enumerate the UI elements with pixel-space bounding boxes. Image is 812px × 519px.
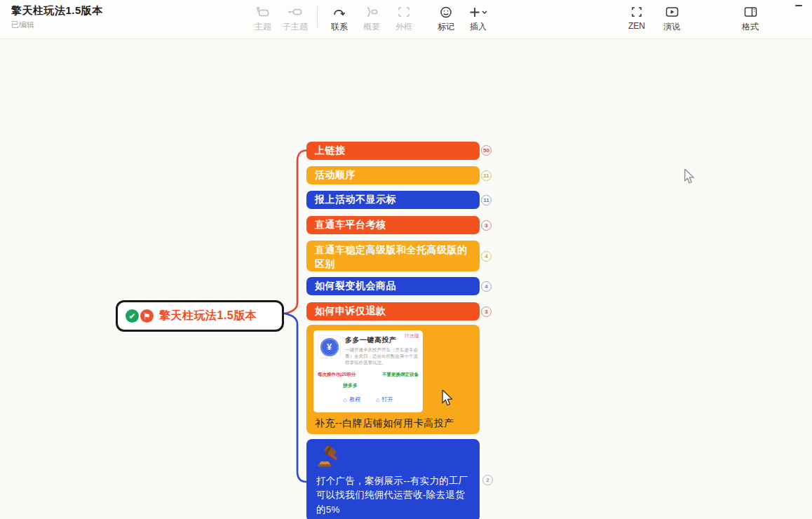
toolbar-label: 子主题 bbox=[283, 21, 308, 33]
relationship-icon bbox=[332, 5, 346, 19]
mindmap-canvas[interactable]: ✔ ⚑ 擎天柱玩法1.5版本 上链接 50 活动顺序 11 报上活动不显示标 1… bbox=[0, 39, 812, 519]
toolbar-label: ZEN bbox=[628, 21, 645, 31]
topic-label: 报上活动不显示标 bbox=[315, 194, 396, 206]
topic-count-badge[interactable]: 2 bbox=[482, 475, 493, 485]
topic-count-badge[interactable]: 11 bbox=[481, 170, 492, 181]
topic-node-buchong-image[interactable]: 计次版 ¥ 多多一键高投产 一键开通卡高投产开车（开车老手必看）全类目，适合出价… bbox=[306, 325, 480, 434]
document-title: 擎天柱玩法1.5版本 bbox=[11, 4, 103, 18]
home-icon: ⌂ bbox=[376, 396, 379, 403]
topic-node-zhitongche-kaohe[interactable]: 直通车平台考核 bbox=[306, 216, 480, 234]
yuan-sync-icon: ¥ bbox=[320, 338, 339, 356]
toolbar-label: 联系 bbox=[331, 21, 348, 33]
toolbar-label: 外框 bbox=[395, 21, 412, 33]
topic-node-liebian-shangpin[interactable]: 如何裂变机会商品 bbox=[306, 277, 480, 295]
topic-label: 上链接 bbox=[315, 144, 346, 157]
toolbar-present-button[interactable]: 演说 bbox=[656, 5, 688, 33]
app-toolbar: 擎天柱玩法1.5版本 已编辑 主题 子主题 bbox=[0, 0, 812, 39]
root-topic-label: 擎天柱玩法1.5版本 bbox=[159, 309, 257, 323]
subtopic-icon bbox=[287, 5, 303, 19]
topic-node-baoshanghuodong[interactable]: 报上活动不显示标 bbox=[306, 191, 480, 209]
topic-count-badge[interactable]: 50 bbox=[481, 145, 492, 156]
toolbar-label: 标记 bbox=[438, 21, 454, 33]
toolbar-label: 格式 bbox=[742, 21, 759, 33]
format-panel-icon bbox=[744, 5, 757, 19]
card-note-device: 不要更换绑定设备 bbox=[382, 372, 419, 378]
topic-icon bbox=[256, 5, 270, 19]
card-note-cost: 每次操作/扣20积分 bbox=[318, 372, 356, 378]
toolbar-summary-button[interactable]: 概要 bbox=[356, 5, 388, 33]
topic-count-badge[interactable]: 11 bbox=[481, 195, 492, 205]
toolbar-label: 演说 bbox=[663, 21, 680, 33]
toolbar-divider bbox=[317, 6, 318, 27]
app-icon-frame: ¥ bbox=[318, 335, 341, 358]
toolbar-boundary-button[interactable]: 外框 bbox=[388, 5, 420, 33]
tutorial-button[interactable]: ⌂ 教程 bbox=[344, 396, 360, 403]
toolbar-marker-button[interactable]: 标记 bbox=[430, 5, 462, 33]
embedded-cursor-arrow bbox=[440, 390, 454, 407]
toolbar-relationship-button[interactable]: 联系 bbox=[323, 5, 356, 33]
topic-label: 直通车平台考核 bbox=[315, 219, 386, 231]
toolbar-topic-button[interactable]: 主题 bbox=[247, 5, 279, 33]
toolbar-format-button[interactable]: 格式 bbox=[734, 5, 766, 33]
badge-number: 3 bbox=[485, 309, 487, 315]
zen-mode-icon bbox=[630, 5, 644, 19]
home-icon: ⌂ bbox=[344, 396, 347, 403]
presentation-play-icon bbox=[665, 5, 679, 19]
badge-number: 2 bbox=[486, 477, 489, 483]
topic-node-shensu-tuikuan[interactable]: 如何申诉仅退款 bbox=[306, 302, 480, 321]
summary-icon bbox=[365, 5, 379, 19]
embedded-screenshot-card: 计次版 ¥ 多多一键高投产 一键开通卡高投产开车（开车老手必看）全类目，适合出价… bbox=[313, 330, 423, 412]
topic-label: 补充--白牌店铺如何用卡高投产 bbox=[315, 417, 454, 430]
topic-label: 如何申诉仅退款 bbox=[315, 305, 386, 318]
card-store-label: 拼多多 bbox=[343, 382, 419, 389]
topic-node-shanglianjie[interactable]: 上链接 bbox=[306, 142, 480, 160]
badge-number: 4 bbox=[485, 253, 487, 260]
badge-number: 3 bbox=[485, 222, 487, 229]
toolbar-label: 主题 bbox=[255, 21, 271, 33]
card-tag: 计次版 bbox=[405, 332, 419, 339]
topic-label: 打个广告，案例展示--有实力的工厂可以找我们纯佣代运营收-除去退货的5% bbox=[316, 474, 470, 517]
insert-plus-icon bbox=[468, 5, 488, 19]
gavel-icon bbox=[316, 446, 341, 469]
toolbar-subtopic-button[interactable]: 子主题 bbox=[279, 5, 311, 33]
document-title-block: 擎天柱玩法1.5版本 已编辑 bbox=[11, 4, 103, 30]
toolbar-zen-button[interactable]: ZEN bbox=[621, 5, 653, 31]
badge-number: 4 bbox=[485, 283, 487, 290]
window-control-dash bbox=[795, 5, 802, 6]
topic-count-badge[interactable]: 3 bbox=[481, 220, 492, 231]
open-button[interactable]: ⌂ 打开 bbox=[376, 396, 393, 403]
root-topic-node[interactable]: ✔ ⚑ 擎天柱玩法1.5版本 bbox=[116, 300, 284, 332]
badge-number: 11 bbox=[483, 173, 489, 179]
topic-label: 如何裂变机会商品 bbox=[315, 280, 396, 292]
topic-count-badge[interactable]: 3 bbox=[481, 306, 492, 317]
toolbar-insert-button[interactable]: 插入 bbox=[462, 5, 494, 33]
document-status: 已编辑 bbox=[11, 20, 103, 30]
toolbar-label: 插入 bbox=[470, 21, 487, 33]
badge-number: 50 bbox=[483, 147, 489, 154]
topic-node-zhitongche-qubie[interactable]: 直通车稳定高级版和全托高级版的区别 bbox=[306, 241, 480, 271]
marker-smiley-icon bbox=[440, 5, 452, 19]
topic-label: 活动顺序 bbox=[315, 169, 356, 182]
topic-count-badge[interactable]: 4 bbox=[481, 281, 492, 292]
topic-node-ad[interactable]: 打个广告，案例展示--有实力的工厂可以找我们纯佣代运营收-除去退货的5% bbox=[306, 439, 480, 519]
card-description: 一键开通卡高投产开车（开车老手必看）全类目，适合出价配合第十个流程拿低价流量玩法… bbox=[345, 346, 419, 365]
toolbar-label: 概要 bbox=[363, 21, 380, 33]
badge-number: 11 bbox=[483, 197, 489, 203]
red-flag-icon[interactable]: ⚑ bbox=[140, 309, 154, 323]
topic-count-badge[interactable]: 4 bbox=[481, 251, 492, 262]
boundary-icon bbox=[398, 5, 410, 19]
topic-node-huodongshunxu[interactable]: 活动顺序 bbox=[306, 166, 480, 184]
mouse-cursor-arrow bbox=[683, 169, 696, 184]
task-done-check-icon[interactable]: ✔ bbox=[126, 309, 139, 323]
topic-label: 直通车稳定高级版和全托高级版的区别 bbox=[315, 243, 471, 271]
